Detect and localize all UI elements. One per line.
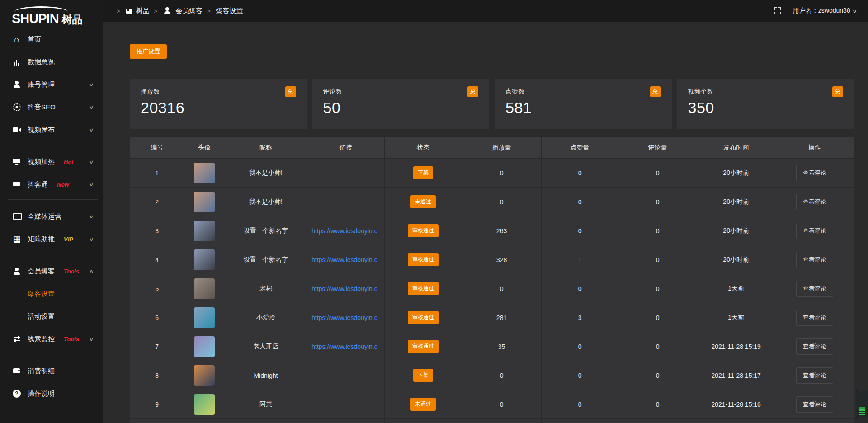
cell-status: 审核通过 [384,274,462,303]
sidebar-item[interactable]: 爆客设置 [0,282,103,305]
sidebar-item[interactable]: 矩阵助推 VIP ∨ [0,228,103,250]
cell-likes: 0 [541,274,618,303]
cell-nickname: 老彬 [225,274,307,303]
avatar [194,249,215,270]
breadcrumb: > 树品 > 会员爆客 > 爆客设置 [117,6,243,15]
view-comments-button[interactable]: 查看评论 [796,310,833,326]
sidebar-item[interactable]: 首页 [0,28,103,51]
cell-action: 查看评论 [775,188,854,216]
app-logo[interactable]: SHUPIN 树品 [0,0,103,28]
cell-plays [462,419,542,423]
cell-plays: 0 [462,188,542,216]
fullscreen-icon[interactable] [774,7,781,14]
avatar [194,307,215,328]
sidebar-item-badge: VIP [64,236,73,243]
sidebar-item-label: 首页 [28,35,41,44]
cell-comments: 0 [618,159,697,188]
status-badge[interactable]: 下架 [413,369,433,382]
cell-comments: 0 [618,361,697,390]
sidebar-item-badge: Tools [64,268,79,275]
cell-action: 查看评论 [775,303,854,332]
view-comments-button[interactable]: 查看评论 [796,223,833,239]
view-comments-button[interactable]: 查看评论 [796,281,833,297]
table-row: 8 Midnight 下架 0 0 [130,361,854,390]
cell-link [307,361,385,390]
page-content: 推广设置 播放数 总 20316 评论数 总 50 [103,22,868,423]
cell-link: https://www.iesdouyin.c [307,303,385,332]
promo-settings-button[interactable]: 推广设置 [130,44,167,59]
cell-comments: 0 [618,216,697,245]
sidebar-item[interactable]: 抖音SEO ∨ [0,96,103,118]
view-comments-button[interactable]: 查看评论 [796,338,833,355]
sidebar-item-label: 活动设置 [28,312,55,321]
sidebar: SHUPIN 树品 首页 数据总览 账号管理 [0,0,103,423]
cell-action: 查看评论 [775,274,854,303]
status-badge[interactable]: 未通过 [410,195,436,208]
chevron-icon: ∨ [89,159,94,165]
view-comments-button[interactable]: 查看评论 [796,367,833,384]
app-icon [126,8,132,14]
sidebar-item[interactable]: 抖客通 New ∨ [0,173,103,196]
breadcrumb-item[interactable]: > 爆客设置 [207,7,243,15]
breadcrumb-item[interactable]: > 树品 [117,7,150,15]
video-link[interactable]: https://www.iesdouyin.c [311,227,377,235]
video-link[interactable]: https://www.iesdouyin.c [311,256,377,263]
sidebar-item[interactable]: 数据总览 [0,51,103,73]
sidebar-item[interactable]: 账号管理 ∨ [0,73,103,96]
view-comments-button[interactable]: 查看评论 [796,252,833,268]
view-comments-button[interactable]: 查看评论 [796,396,833,413]
topbar-right: 用户名：zswodun88 ∨ [774,7,856,15]
user-menu[interactable]: 用户名：zswodun88 ∨ [793,7,856,15]
breadcrumb-item[interactable]: > 会员爆客 [154,6,203,15]
cell-id: 1 [130,159,184,188]
sidebar-item-label: 消费明细 [28,367,55,376]
table-row: 7 老人开店 https://www.iesdouyin.c 审核通过 [130,332,854,361]
breadcrumb-separator: > [207,8,211,14]
data-icon [12,57,21,66]
sidebar-item[interactable]: 全媒体运营 ∨ [0,205,103,228]
stat-label: 评论数 [323,86,342,96]
cell-status: 未通过 [384,390,462,419]
cell-id: 8 [130,361,184,390]
video-link[interactable]: https://www.iesdouyin.c [311,285,377,292]
sidebar-item[interactable]: 消费明细 [0,360,103,382]
video-link[interactable]: https://www.iesdouyin.c [311,314,377,321]
status-badge[interactable]: 下架 [413,166,433,179]
breadcrumb-separator: > [154,8,158,14]
stat-card: 点赞数 总 581 [495,79,672,129]
sidebar-item[interactable]: 视频发布 ∨ [0,118,103,141]
logo-cjk-text: 树品 [62,13,83,27]
cell-comments: 0 [618,245,697,274]
cell-nickname: 阿慧 [225,390,307,419]
status-badge[interactable]: 审核通过 [408,311,439,324]
stat-value: 350 [688,99,844,117]
column-header: 头像 [184,137,225,159]
logo-latin-text: SHUPIN [12,12,59,25]
sidebar-item[interactable]: 线索监控 Tools ∨ [0,328,103,350]
view-comments-button[interactable]: 查看评论 [796,194,833,210]
video-link[interactable]: https://www.iesdouyin.c [311,343,377,350]
status-badge[interactable]: 未通过 [410,398,436,411]
cell-link [307,159,385,188]
sidebar-item-label: 抖客通 [28,180,48,189]
floating-widget[interactable] [856,390,868,418]
sidebar-item[interactable]: 活动设置 [0,305,103,328]
sidebar-item[interactable]: 操作说明 [0,382,103,405]
cell-status: 下架 [384,361,462,390]
view-comments-button[interactable]: 查看评论 [796,165,833,181]
cell-nickname: 小爱玲 [225,303,307,332]
cell-avatar [184,216,225,245]
cell-time: 2021-11-28 15:19 [697,332,775,361]
status-badge[interactable]: 审核通过 [408,224,439,237]
status-badge[interactable]: 审核通过 [408,282,439,295]
sidebar-item-label: 操作说明 [28,390,55,398]
sidebar-item[interactable]: 会员爆客 Tools ∧ [0,260,103,282]
cell-action [775,419,854,423]
sidebar-divider [8,254,98,254]
status-badge[interactable]: 审核通过 [408,253,439,266]
column-header: 评论量 [618,137,697,159]
status-badge[interactable]: 审核通过 [408,340,439,353]
cell-time: 20小时前 [697,245,775,274]
sidebar-item[interactable]: 视频加热 Hot ∨ [0,150,103,173]
cell-nickname [225,419,307,423]
